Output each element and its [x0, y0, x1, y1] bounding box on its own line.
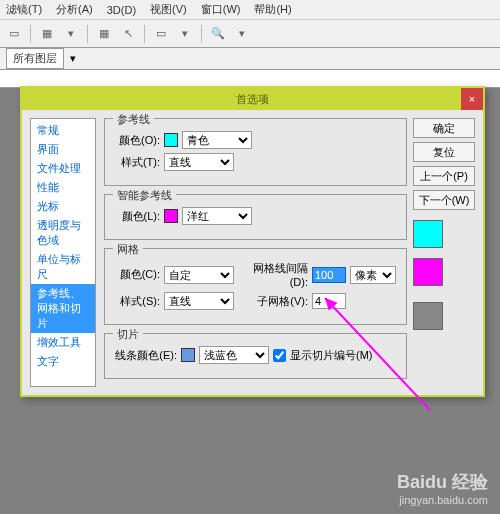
chevron-down-icon[interactable]: ▾	[63, 26, 79, 42]
style-select[interactable]: 直线	[164, 292, 234, 310]
layer-filter-label[interactable]: 所有图层	[6, 48, 64, 69]
color-label: 颜色(C):	[115, 267, 160, 282]
watermark: Baidu 经验 jingyan.baidu.com	[397, 470, 488, 506]
group-title: 切片	[113, 327, 143, 342]
smartguide-color-preview[interactable]	[413, 258, 443, 286]
sidebar-item[interactable]: 界面	[31, 140, 95, 159]
next-button[interactable]: 下一个(W)	[413, 190, 475, 210]
style-label: 样式(S):	[115, 294, 160, 309]
group-grid: 网格 颜色(C): 自定 网格线间隔(D): 像素 样式(S): 直线 子网格(…	[104, 248, 407, 325]
menu-item[interactable]: 分析(A)	[56, 2, 93, 17]
grid-gap-label: 网格线间隔(D):	[238, 261, 308, 288]
group-guides: 参考线 颜色(O): 青色 样式(T): 直线	[104, 118, 407, 186]
checkbox-label: 显示切片编号(M)	[290, 348, 373, 363]
menu-item[interactable]: 视图(V)	[150, 2, 187, 17]
prev-button[interactable]: 上一个(P)	[413, 166, 475, 186]
group-smartguides: 智能参考线 颜色(L): 洋红	[104, 194, 407, 240]
sidebar-item[interactable]: 单位与标尺	[31, 250, 95, 284]
menu-bar: 滤镜(T) 分析(A) 3D(D) 视图(V) 窗口(W) 帮助(H)	[0, 0, 500, 20]
group-title: 参考线	[113, 112, 154, 127]
dialog-titlebar: 首选项 ×	[22, 88, 483, 110]
grid-color-preview[interactable]	[413, 302, 443, 330]
sidebar-item[interactable]: 文字	[31, 352, 95, 371]
button-column: 确定 复位 上一个(P) 下一个(W)	[413, 118, 475, 387]
color-select[interactable]: 自定	[164, 266, 234, 284]
sidebar-item[interactable]: 透明度与色域	[31, 216, 95, 250]
color-swatch[interactable]	[164, 209, 178, 223]
grid-gap-input[interactable]	[312, 267, 346, 283]
grid-icon[interactable]: ▦	[96, 26, 112, 42]
watermark-brand: Baidu 经验	[397, 470, 488, 494]
show-slice-num-checkbox[interactable]	[273, 349, 286, 362]
subgrid-input[interactable]	[312, 293, 346, 309]
dialog-title: 首选项	[236, 92, 269, 107]
chevron-down-icon[interactable]: ▾	[70, 52, 76, 65]
menu-item[interactable]: 帮助(H)	[254, 2, 291, 17]
sidebar-item[interactable]: 常规	[31, 121, 95, 140]
color-select[interactable]: 洋红	[182, 207, 252, 225]
group-title: 智能参考线	[113, 188, 176, 203]
zoom-icon[interactable]: 🔍	[210, 26, 226, 42]
folder-icon[interactable]: ▭	[6, 26, 22, 42]
sidebar-item[interactable]: 增效工具	[31, 333, 95, 352]
chevron-down-icon[interactable]: ▾	[234, 26, 250, 42]
menu-item[interactable]: 窗口(W)	[201, 2, 241, 17]
sidebar-item[interactable]: 性能	[31, 178, 95, 197]
menu-item[interactable]: 3D(D)	[107, 4, 136, 16]
color-swatch[interactable]	[164, 133, 178, 147]
group-slices: 切片 线条颜色(E): 浅蓝色 显示切片编号(M)	[104, 333, 407, 379]
cursor-icon[interactable]: ↖	[120, 26, 136, 42]
color-swatch[interactable]	[181, 348, 195, 362]
reset-button[interactable]: 复位	[413, 142, 475, 162]
sidebar-item[interactable]: 文件处理	[31, 159, 95, 178]
style-label: 样式(T):	[115, 155, 160, 170]
option-bar: 所有图层 ▾	[0, 48, 500, 70]
chevron-down-icon[interactable]: ▾	[177, 26, 193, 42]
group-title: 网格	[113, 242, 143, 257]
color-label: 颜色(O):	[115, 133, 160, 148]
color-select[interactable]: 青色	[182, 131, 252, 149]
grid-unit-select[interactable]: 像素	[350, 266, 396, 284]
menu-item[interactable]: 滤镜(T)	[6, 2, 42, 17]
category-list: 常规 界面 文件处理 性能 光标 透明度与色域 单位与标尺 参考线、网格和切片 …	[30, 118, 96, 387]
ok-button[interactable]: 确定	[413, 118, 475, 138]
linecolor-label: 线条颜色(E):	[115, 348, 177, 363]
guide-color-preview[interactable]	[413, 220, 443, 248]
screen-icon[interactable]: ▭	[153, 26, 169, 42]
sidebar-item[interactable]: 光标	[31, 197, 95, 216]
toolbar: ▭ ▦ ▾ ▦ ↖ ▭ ▾ 🔍 ▾	[0, 20, 500, 48]
tool-icon[interactable]: ▦	[39, 26, 55, 42]
sidebar-item-active[interactable]: 参考线、网格和切片	[31, 284, 95, 333]
subgrid-label: 子网格(V):	[238, 294, 308, 309]
watermark-url: jingyan.baidu.com	[397, 494, 488, 506]
close-button[interactable]: ×	[461, 88, 483, 110]
color-select[interactable]: 浅蓝色	[199, 346, 269, 364]
preferences-dialog: 首选项 × 常规 界面 文件处理 性能 光标 透明度与色域 单位与标尺 参考线、…	[20, 86, 485, 397]
color-label: 颜色(L):	[115, 209, 160, 224]
style-select[interactable]: 直线	[164, 153, 234, 171]
